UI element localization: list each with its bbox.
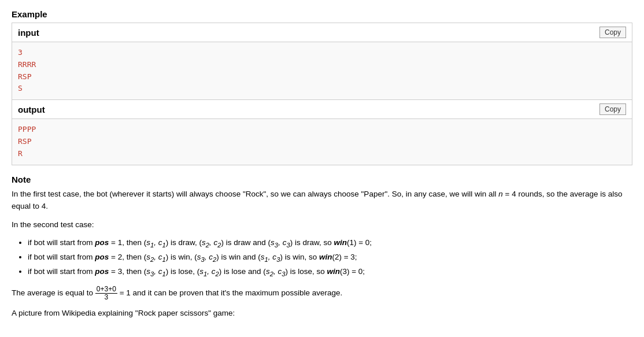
note-title: Note xyxy=(12,175,632,184)
wiki-paragraph: A picture from Wikipedia explaining "Roc… xyxy=(12,307,632,320)
average-fraction: 0+3+0 3 xyxy=(95,286,117,301)
input-line-1: 3 xyxy=(18,47,626,59)
note-paragraph-1: In the first test case, the bot (whereve… xyxy=(12,188,632,213)
fraction-denominator: 3 xyxy=(95,294,117,301)
input-copy-button[interactable]: Copy xyxy=(599,27,626,38)
avg-suffix: = 1 and it can be proven that it's the m… xyxy=(120,288,343,297)
s1c2: s1, c2 xyxy=(199,267,219,276)
example-section: Example input Copy 3 RRRR RSP S output C… xyxy=(12,9,632,165)
input-label: input xyxy=(18,28,39,38)
fraction-numerator: 0+3+0 xyxy=(95,286,117,294)
input-block: input Copy 3 RRRR RSP S xyxy=(12,23,632,100)
pos-var-3: pos xyxy=(95,267,109,276)
input-line-2: RRRR xyxy=(18,59,626,71)
input-content: 3 RRRR RSP S xyxy=(12,42,632,99)
pos-var-2: pos xyxy=(95,253,109,261)
output-content: PPPP RSP R xyxy=(12,119,632,164)
pos-var-1: pos xyxy=(95,238,109,247)
input-line-3: RSP xyxy=(18,71,626,83)
n-variable: n xyxy=(498,190,503,198)
input-header: input Copy xyxy=(12,23,632,42)
s3c2: s3, c2 xyxy=(197,253,217,261)
s2c3: s2, c3 xyxy=(266,267,286,276)
output-label: output xyxy=(18,105,45,114)
list-item-1: if bot will start from pos = 1, then (s1… xyxy=(28,236,632,251)
output-line-3: R xyxy=(18,148,626,160)
s2c2: s2, c2 xyxy=(202,238,221,247)
bullet-list: if bot will start from pos = 1, then (s1… xyxy=(12,236,632,279)
average-paragraph: The average is equal to 0+3+0 3 = 1 and … xyxy=(12,286,632,301)
win-3: win xyxy=(327,267,340,276)
note-section: Note In the first test case, the bot (wh… xyxy=(12,175,632,320)
list-item-2: if bot will start from pos = 2, then (s2… xyxy=(28,251,632,265)
s3c1: s3, c1 xyxy=(146,267,166,276)
list-item-3: if bot will start from pos = 3, then (s3… xyxy=(28,265,632,280)
output-header: output Copy xyxy=(12,100,632,119)
s2c1: s2, c1 xyxy=(146,253,166,261)
s1c1: s1, c1 xyxy=(146,238,166,247)
win-1: win xyxy=(334,238,347,247)
note-paragraph-2: In the second test case: xyxy=(12,219,632,231)
input-line-4: S xyxy=(18,83,626,95)
example-title: Example xyxy=(12,9,632,19)
output-line-1: PPPP xyxy=(18,124,626,136)
output-line-2: RSP xyxy=(18,136,626,148)
win-2: win xyxy=(319,253,332,261)
output-block: output Copy PPPP RSP R xyxy=(12,99,632,165)
output-copy-button[interactable]: Copy xyxy=(599,103,626,115)
s1c3: s1, c3 xyxy=(261,253,280,261)
s3c3-1: s3, c3 xyxy=(271,238,290,247)
